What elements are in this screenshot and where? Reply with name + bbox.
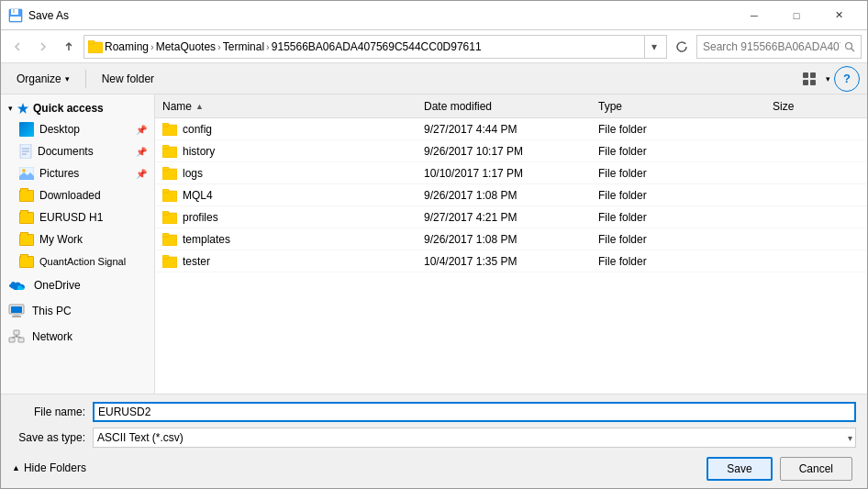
svg-point-6 [846,42,852,49]
breadcrumb-sep-1: › [150,41,154,52]
breadcrumb-roaming[interactable]: Roaming [105,40,149,53]
svg-rect-32 [162,145,169,149]
sidebar-item-mywork[interactable]: My Work [1,228,154,250]
maximize-button[interactable]: □ [775,1,818,30]
up-button[interactable] [58,36,80,58]
file-rows-container: config 9/27/2017 4:44 PM File folder his… [155,118,867,272]
col-date-label: Date modified [424,100,492,113]
sidebar-item-thispc[interactable]: This PC [1,298,154,324]
refresh-button[interactable] [671,35,693,59]
search-icon [844,41,855,52]
title-bar: Save As ─ □ ✕ [1,1,867,30]
col-name-label: Name [162,100,192,113]
address-bar[interactable]: Roaming › MetaQuotes › Terminal › 915566… [83,35,667,59]
documents-label: Documents [38,145,128,158]
title-bar-left: Save As [8,8,69,23]
svg-rect-10 [803,80,808,85]
address-folder-icon [88,40,103,53]
nav-bar: Roaming › MetaQuotes › Terminal › 915566… [1,30,867,63]
sidebar-item-documents[interactable]: Documents 📌 [1,140,154,162]
filetype-select[interactable]: ASCII Text (*.csv) [93,428,856,448]
breadcrumb-terminal[interactable]: Terminal [223,40,264,53]
filename-label: File name: [12,406,85,418]
view-dropdown-icon[interactable]: ▾ [826,74,830,83]
onedrive-label: OneDrive [34,279,147,292]
file-name: config [183,123,212,136]
hide-folders-button[interactable]: ▲ Hide Folders [12,461,86,474]
network-label: Network [32,330,147,343]
cancel-button[interactable]: Cancel [780,457,852,481]
col-size-header[interactable]: Size [773,100,860,113]
organize-button[interactable]: Organize ▾ [8,66,78,92]
save-as-dialog: Save As ─ □ ✕ [0,0,868,489]
row-folder-icon [162,211,177,224]
file-type: File folder [598,145,773,158]
file-type: File folder [598,211,773,224]
sidebar-item-network[interactable]: Network [1,324,154,350]
downloaded-label: Downloaded [39,189,147,202]
save-button[interactable]: Save [707,457,772,481]
desktop-icon [19,122,34,137]
col-type-header[interactable]: Type [598,100,773,113]
sidebar-item-eurusd[interactable]: EURUSD H1 [1,206,154,228]
row-folder-icon [162,167,177,180]
quantaction-folder-icon [19,256,34,268]
filename-input[interactable] [93,402,856,422]
svg-rect-3 [10,17,21,21]
view-button[interactable] [796,66,822,92]
table-row[interactable]: MQL4 9/26/2017 1:08 PM File folder [155,184,867,206]
onedrive-icon [8,279,27,292]
refresh-icon [675,40,688,53]
col-name-header[interactable]: Name ▲ [162,100,424,113]
pictures-label: Pictures [39,167,128,180]
search-box[interactable] [696,35,862,59]
close-button[interactable]: ✕ [818,1,860,30]
file-list: Name ▲ Date modified Type Size [155,94,867,394]
table-row[interactable]: tester 10/4/2017 1:35 PM File folder [155,250,867,272]
breadcrumb-sep-3: › [266,41,270,52]
back-button[interactable] [6,36,28,58]
sidebar-item-onedrive[interactable]: OneDrive [1,272,154,298]
filetype-row: Save as type: ASCII Text (*.csv) ▾ [12,428,856,448]
svg-rect-34 [162,167,169,171]
new-folder-button[interactable]: New folder [94,66,162,92]
sidebar: ▾ Quick access Desktop 📌 [1,94,155,394]
breadcrumb-metaquotes[interactable]: MetaQuotes [156,40,216,53]
table-row[interactable]: profiles 9/27/2017 4:21 PM File folder [155,206,867,228]
breadcrumb-guid[interactable]: 915566BA06ADA407569C544CC0D97611 [272,40,482,53]
table-row[interactable]: config 9/27/2017 4:44 PM File folder [155,118,867,140]
file-type: File folder [598,123,773,136]
up-arrow-icon [63,41,74,52]
help-button[interactable]: ? [834,66,860,92]
eurusd-label: EURUSD H1 [39,211,147,224]
toolbar-separator [85,70,86,88]
forward-button[interactable] [32,36,54,58]
row-folder-icon [162,189,177,202]
svg-rect-21 [14,314,19,316]
forward-arrow-icon [39,42,48,51]
quick-access-collapse-arrow: ▾ [8,104,13,113]
breadcrumb-sep-2: › [217,41,221,52]
file-date: 9/27/2017 4:21 PM [424,211,598,224]
search-input[interactable] [703,40,840,53]
quick-access-header[interactable]: ▾ Quick access [1,98,154,118]
svg-marker-12 [17,103,28,114]
sidebar-item-quantaction[interactable]: QuantAction Signal [1,250,154,272]
col-date-header[interactable]: Date modified [424,100,598,113]
minimize-button[interactable]: ─ [733,1,775,30]
svg-rect-23 [9,338,15,342]
quick-access-label: Quick access [33,102,104,115]
network-icon [8,329,25,344]
table-row[interactable]: history 9/26/2017 10:17 PM File folder [155,140,867,162]
address-dropdown-button[interactable]: ▾ [644,35,662,59]
sidebar-item-desktop[interactable]: Desktop 📌 [1,118,154,140]
table-row[interactable]: logs 10/10/2017 1:17 PM File folder [155,162,867,184]
file-date: 9/26/2017 1:08 PM [424,189,598,202]
bottom-buttons: Save Cancel [707,457,856,481]
table-row[interactable]: templates 9/26/2017 1:08 PM File folder [155,228,867,250]
sidebar-item-downloaded[interactable]: Downloaded [1,184,154,206]
toolbar-right: ▾ ? [796,66,860,92]
sidebar-item-pictures[interactable]: Pictures 📌 [1,162,154,184]
mywork-label: My Work [39,233,147,246]
toolbar: Organize ▾ New folder ▾ ? [1,63,867,94]
